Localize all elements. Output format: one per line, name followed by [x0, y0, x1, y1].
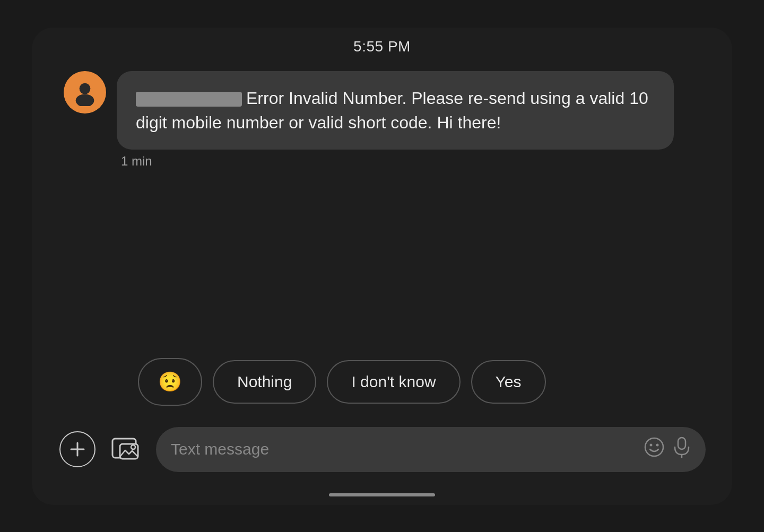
svg-point-7: [645, 438, 663, 456]
svg-rect-10: [678, 438, 685, 449]
home-bar: [329, 493, 435, 496]
microphone-icon[interactable]: [673, 437, 691, 463]
message-bubble: Error Invalid Number. Please re-send usi…: [117, 71, 674, 150]
svg-point-0: [80, 83, 91, 94]
svg-point-9: [656, 443, 659, 446]
phone-container: 5:55 PM Error Invalid Number. Please re-…: [32, 28, 732, 505]
smiley-icon: [644, 437, 664, 457]
quick-reply-emoji[interactable]: 😟: [138, 358, 202, 406]
svg-point-1: [76, 94, 94, 106]
add-button[interactable]: [58, 430, 97, 468]
messages-area: Error Invalid Number. Please re-send usi…: [32, 60, 732, 347]
text-message-input[interactable]: [171, 440, 636, 458]
person-icon: [71, 79, 99, 106]
quick-reply-nothing[interactable]: Nothing: [213, 360, 316, 404]
status-bar: 5:55 PM: [32, 28, 732, 60]
quick-reply-yes[interactable]: Yes: [471, 360, 546, 404]
quick-reply-idontknow[interactable]: I don't know: [327, 360, 460, 404]
message-content: Error Invalid Number. Please re-send usi…: [117, 71, 674, 169]
mic-icon: [673, 437, 691, 458]
plus-icon: [68, 440, 87, 459]
time-display: 5:55 PM: [353, 38, 411, 55]
gallery-icon: [110, 433, 142, 465]
text-input-wrapper[interactable]: [156, 427, 706, 472]
quick-replies-bar: 😟 Nothing I don't know Yes: [32, 347, 732, 416]
message-row: Error Invalid Number. Please re-send usi…: [64, 71, 700, 169]
message-timestamp: 1 min: [121, 154, 674, 169]
redacted-info: [136, 92, 242, 107]
avatar: [64, 71, 106, 114]
emoji-picker-icon[interactable]: [644, 437, 664, 462]
message-text: Error Invalid Number. Please re-send usi…: [136, 89, 648, 132]
add-icon: [59, 431, 96, 467]
input-area: [32, 416, 732, 493]
svg-point-8: [650, 443, 653, 446]
home-indicator: [32, 493, 732, 505]
gallery-button[interactable]: [107, 430, 145, 468]
